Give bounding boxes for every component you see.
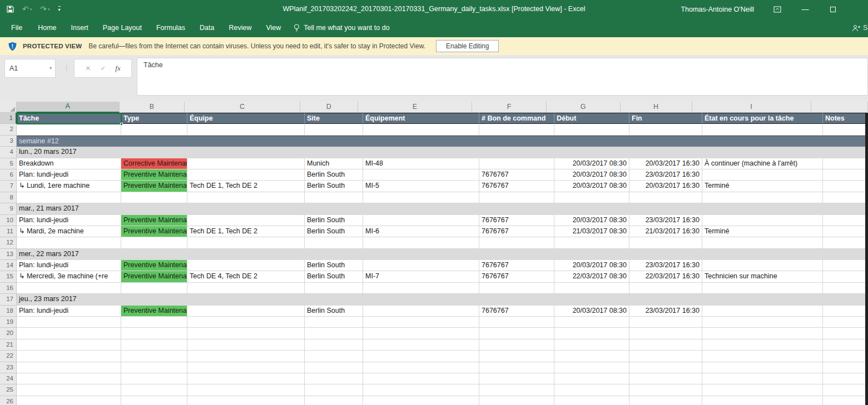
row-header-7[interactable]: 7 xyxy=(0,181,17,192)
header-cell-B1[interactable]: Type xyxy=(121,113,187,124)
row-header-14[interactable]: 14 xyxy=(0,260,17,271)
cell-G18[interactable]: 20/03/2017 08:30 xyxy=(554,306,629,317)
cell-F7[interactable]: 7676767 xyxy=(479,181,554,192)
cell-I18[interactable] xyxy=(702,306,823,317)
cell-F2[interactable] xyxy=(479,124,554,135)
cell-J16[interactable] xyxy=(823,283,868,294)
cell-H12[interactable] xyxy=(629,237,702,248)
cell-D23[interactable] xyxy=(305,362,363,373)
cell-C26[interactable] xyxy=(187,396,305,405)
cell-A26[interactable] xyxy=(17,396,121,405)
cell-A20[interactable] xyxy=(17,328,121,339)
cell-G6[interactable]: 20/03/2017 08:30 xyxy=(554,169,629,181)
cell-G2[interactable] xyxy=(554,124,629,135)
cell-F23[interactable] xyxy=(479,362,554,373)
cell-D5[interactable]: Munich xyxy=(305,158,363,169)
cell-H21[interactable] xyxy=(629,339,702,351)
cell-B2[interactable] xyxy=(121,124,187,135)
cell-C2[interactable] xyxy=(187,124,305,135)
cell-D15[interactable]: Berlin South xyxy=(305,271,363,282)
cell-H20[interactable] xyxy=(629,328,702,339)
cell-E11[interactable]: MI-6 xyxy=(363,226,479,237)
column-header-C[interactable]: C xyxy=(185,102,300,113)
cell-E2[interactable] xyxy=(363,124,479,135)
header-cell-C1[interactable]: Équipe xyxy=(187,113,305,124)
cell-G23[interactable] xyxy=(554,362,629,373)
cell-I5[interactable]: À continuer (machine à l'arrêt) xyxy=(702,158,823,169)
cell-B7[interactable]: Preventive Maintenance xyxy=(121,181,187,192)
cell-E15[interactable]: MI-7 xyxy=(363,271,479,282)
cell-G25[interactable] xyxy=(554,384,629,396)
header-cell-J1[interactable]: Notes xyxy=(823,113,868,124)
tab-data[interactable]: Data xyxy=(192,18,221,37)
cell-I20[interactable] xyxy=(702,328,823,339)
cell-E18[interactable] xyxy=(363,306,479,317)
cell-G10[interactable]: 20/03/2017 08:30 xyxy=(554,215,629,226)
cell-B8[interactable] xyxy=(121,192,187,203)
cell-C24[interactable] xyxy=(187,373,305,384)
row-header-5[interactable]: 5 xyxy=(0,158,17,169)
cell-C12[interactable] xyxy=(187,237,305,248)
cell-D12[interactable] xyxy=(305,237,363,248)
cell-G7[interactable]: 20/03/2017 08:30 xyxy=(554,181,629,192)
column-header-I[interactable]: I xyxy=(692,102,811,113)
cell-J6[interactable] xyxy=(823,169,868,181)
cell-I6[interactable] xyxy=(702,169,823,181)
row-header-8[interactable]: 8 xyxy=(0,192,17,203)
row-header-19[interactable]: 19 xyxy=(0,317,17,328)
cell-J2[interactable] xyxy=(823,124,868,135)
column-header-A[interactable]: A xyxy=(17,102,120,113)
cell-E22[interactable] xyxy=(363,351,479,362)
cell-F19[interactable] xyxy=(479,317,554,328)
cell-F11[interactable]: 7676767 xyxy=(479,226,554,237)
cell-E6[interactable] xyxy=(363,169,479,181)
tab-home[interactable]: Home xyxy=(31,18,63,37)
cell-A2[interactable] xyxy=(17,124,121,135)
save-icon[interactable] xyxy=(7,6,14,13)
cell-J19[interactable] xyxy=(823,317,868,328)
cell-J11[interactable] xyxy=(823,226,868,237)
name-box-dropdown-icon[interactable]: ▾ xyxy=(49,59,52,77)
cell-G5[interactable]: 20/03/2017 08:30 xyxy=(554,158,629,169)
date-band-row-17[interactable]: jeu., 23 mars 2017 xyxy=(17,294,868,305)
cell-I26[interactable] xyxy=(702,396,823,405)
header-cell-E1[interactable]: Équipement xyxy=(363,113,479,124)
cell-B5[interactable]: Corrective Maintenance xyxy=(121,158,187,169)
cell-B14[interactable]: Preventive Maintenance xyxy=(121,260,187,271)
cell-G15[interactable]: 22/03/2017 08:30 xyxy=(554,271,629,282)
cell-C8[interactable] xyxy=(187,192,305,203)
cell-G26[interactable] xyxy=(554,396,629,405)
tab-file[interactable]: File xyxy=(3,18,31,37)
cell-I23[interactable] xyxy=(702,362,823,373)
cell-H14[interactable]: 23/03/2017 16:30 xyxy=(629,260,702,271)
header-cell-G1[interactable]: Début xyxy=(554,113,629,124)
cell-A19[interactable] xyxy=(17,317,121,328)
cell-H15[interactable]: 22/03/2017 16:30 xyxy=(629,271,702,282)
tell-me-box[interactable]: Tell me what you want to do xyxy=(294,24,389,32)
cell-F22[interactable] xyxy=(479,351,554,362)
cell-A24[interactable] xyxy=(17,373,121,384)
column-header-F[interactable]: F xyxy=(472,102,546,113)
cell-F8[interactable] xyxy=(479,192,554,203)
cell-J5[interactable] xyxy=(823,158,868,169)
cell-C6[interactable] xyxy=(187,169,305,181)
cell-H22[interactable] xyxy=(629,351,702,362)
cell-C25[interactable] xyxy=(187,384,305,396)
cell-H10[interactable]: 23/03/2017 16:30 xyxy=(629,215,702,226)
cell-I19[interactable] xyxy=(702,317,823,328)
cancel-icon[interactable]: ✕ xyxy=(85,64,91,72)
row-header-15[interactable]: 15 xyxy=(0,271,17,282)
cell-B23[interactable] xyxy=(121,362,187,373)
cell-A8[interactable] xyxy=(17,192,121,203)
cell-E26[interactable] xyxy=(363,396,479,405)
row-header-4[interactable]: 4 xyxy=(0,147,17,158)
row-header-21[interactable]: 21 xyxy=(0,339,17,351)
cell-H23[interactable] xyxy=(629,362,702,373)
cell-J14[interactable] xyxy=(823,260,868,271)
cell-E12[interactable] xyxy=(363,237,479,248)
cell-A21[interactable] xyxy=(17,339,121,351)
cell-G24[interactable] xyxy=(554,373,629,384)
cell-I2[interactable] xyxy=(702,124,823,135)
cell-F16[interactable] xyxy=(479,283,554,294)
cell-H8[interactable] xyxy=(629,192,702,203)
